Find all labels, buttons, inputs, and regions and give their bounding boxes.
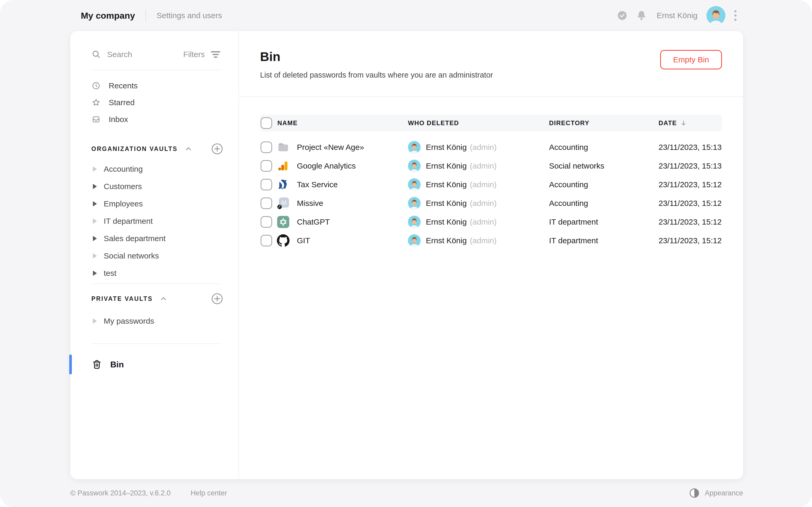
directory: Accounting [549,143,659,152]
column-header-directory[interactable]: DIRECTORY [549,119,659,127]
date: 23/11/2023, 15:12 [659,236,722,245]
who-deleted-role: (admin) [470,199,497,208]
google-analytics-icon [277,160,290,172]
user-name[interactable]: Ernst König [657,11,698,20]
expand-arrow-icon[interactable] [93,201,97,207]
expand-arrow-icon[interactable] [93,319,97,324]
clock-icon [91,81,101,91]
kebab-menu-icon[interactable] [734,9,737,22]
sidebar-item-bin[interactable]: Bin [91,352,221,377]
expand-arrow-icon[interactable] [93,271,97,276]
filters-button[interactable]: Filters [183,50,221,59]
appearance-button[interactable]: Appearance [689,488,743,499]
password-name: Google Analytics [297,162,356,170]
vault-item-employees[interactable]: Employees [91,195,221,213]
vault-label: Sales department [104,234,165,243]
help-center-link[interactable]: Help center [191,489,227,497]
vault-label: Customers [104,182,142,191]
vault-label: Employees [104,199,143,208]
notifications-bell-icon[interactable] [636,10,647,21]
row-checkbox[interactable] [261,216,272,228]
table-row[interactable]: Tax Service Ernst König (admin) Accounti… [260,175,722,194]
chevron-up-icon[interactable] [159,294,168,303]
nav-label: Recents [109,81,138,90]
topbar-section-label[interactable]: Settings and users [157,11,222,20]
who-deleted-name: Ernst König [426,199,467,208]
expand-arrow-icon[interactable] [93,166,97,172]
vault-item-it-department[interactable]: IT department [91,213,221,230]
vault-item-customers[interactable]: Customers [91,178,221,195]
empty-bin-button[interactable]: Empty Bin [660,50,722,69]
vault-item-test[interactable]: test [91,265,221,282]
appearance-label: Appearance [705,489,743,497]
row-checkbox[interactable] [261,198,272,209]
sidebar-item-starred[interactable]: Starred [91,94,221,111]
row-checkbox[interactable] [261,235,272,246]
who-deleted-role: (admin) [470,180,497,189]
directory: Social networks [549,162,659,170]
directory: IT department [549,218,659,226]
date: 23/11/2023, 15:12 [659,199,722,208]
vault-item-my-passwords[interactable]: My passwords [91,313,221,330]
svg-text:M: M [282,199,286,206]
chatgpt-icon [277,216,290,228]
search-row: Search Filters [91,31,221,70]
vault-item-accounting[interactable]: Accounting [91,160,221,178]
bin-table: NAME WHO DELETED DIRECTORY DATE Project … [260,115,722,250]
row-checkbox[interactable] [261,142,272,153]
sidebar-item-recents[interactable]: Recents [91,77,221,94]
expand-arrow-icon[interactable] [93,184,97,189]
filters-label: Filters [183,50,205,59]
vault-item-sales-department[interactable]: Sales department [91,230,221,247]
table-row[interactable]: M Missive Ernst König (admin) Accounting… [260,194,722,213]
column-header-name[interactable]: NAME [277,119,408,127]
add-private-vault-button[interactable] [211,293,223,305]
select-all-checkbox[interactable] [261,117,272,129]
avatar [408,234,421,247]
expand-arrow-icon[interactable] [93,236,97,241]
sort-down-icon [679,119,688,127]
who-deleted-name: Ernst König [426,218,467,226]
check-circle-icon[interactable] [617,10,628,21]
table-row[interactable]: Project «New Age» Ernst König (admin) Ac… [260,138,722,157]
table-header-row: NAME WHO DELETED DIRECTORY DATE [260,115,722,131]
vault-label: Accounting [104,165,143,174]
missive-icon: M [277,197,290,210]
active-indicator [69,354,72,375]
expand-arrow-icon[interactable] [93,219,97,224]
page-header: Bin List of deleted passwords from vault… [239,31,743,97]
folder-icon [277,141,290,154]
table-body: Project «New Age» Ernst König (admin) Ac… [260,138,722,250]
expand-arrow-icon[interactable] [93,253,97,259]
search-input[interactable]: Search [107,50,132,59]
password-name: GIT [297,236,310,245]
half-circle-icon [689,488,700,499]
directory: Accounting [549,180,659,189]
row-checkbox[interactable] [261,179,272,190]
who-deleted-name: Ernst König [426,236,467,245]
private-vaults-header: PRIVATE VAULTS [91,291,221,306]
table-row[interactable]: GIT Ernst König (admin) IT department 23… [260,231,722,250]
avatar [408,216,421,228]
vault-item-social-networks[interactable]: Social networks [91,247,221,265]
content-card: Search Filters Recents Starred Inbox ORG… [70,31,743,479]
password-name: Tax Service [297,180,338,189]
row-checkbox[interactable] [261,160,272,172]
company-name[interactable]: My company [81,10,135,21]
column-header-who-deleted[interactable]: WHO DELETED [408,119,549,127]
column-header-date[interactable]: DATE [659,119,722,127]
add-vault-button[interactable] [211,143,223,155]
chevron-up-icon[interactable] [184,145,193,153]
page-title: Bin [260,31,722,64]
date: 23/11/2023, 15:13 [659,143,722,152]
sidebar-item-inbox[interactable]: Inbox [91,111,221,128]
table-row[interactable]: Google Analytics Ernst König (admin) Soc… [260,157,722,175]
table-row[interactable]: ChatGPT Ernst König (admin) IT departmen… [260,213,722,231]
who-deleted-role: (admin) [470,218,497,226]
search-icon [91,49,101,59]
password-name: Missive [297,199,323,208]
vault-label: My passwords [104,317,154,326]
directory: Accounting [549,199,659,208]
app-window: My company Settings and users Ernst Köni… [0,0,812,507]
user-avatar[interactable] [706,6,725,25]
